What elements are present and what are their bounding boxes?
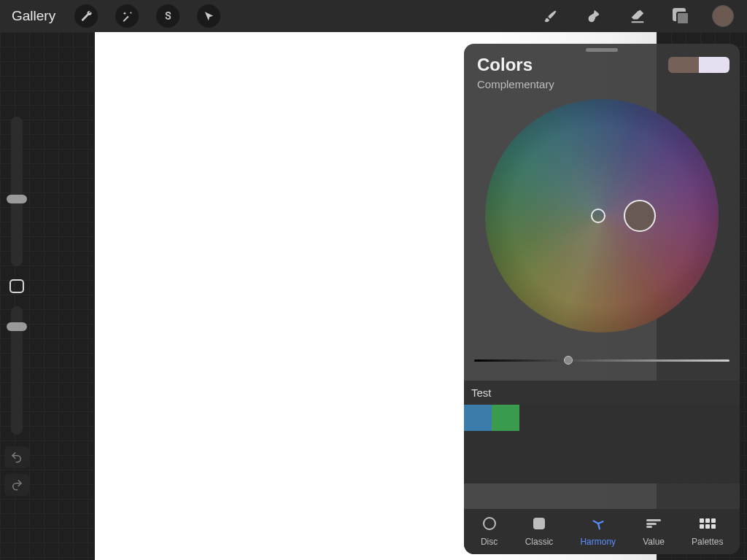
paintbrush-icon	[542, 8, 558, 24]
palette-empty-slot[interactable]	[464, 457, 492, 483]
palette-empty-slot[interactable]	[546, 457, 574, 483]
palette-name-label[interactable]: Test	[464, 381, 740, 405]
value-track	[474, 359, 729, 362]
tab-label: Disc	[481, 537, 498, 547]
palette-empty-slot[interactable]	[546, 405, 574, 431]
primary-color-cursor[interactable]	[624, 200, 656, 232]
brush-size-thumb[interactable]	[7, 195, 27, 203]
palette-empty-slot[interactable]	[684, 431, 712, 457]
harmony-mode-label[interactable]: Complementary	[464, 77, 740, 96]
complement-color-cursor[interactable]	[591, 209, 605, 223]
tab-value[interactable]: Value	[643, 515, 665, 547]
gallery-button[interactable]: Gallery	[12, 8, 55, 24]
palette-empty-slot[interactable]	[574, 431, 602, 457]
palette-empty-slot[interactable]	[492, 431, 519, 457]
layers-button[interactable]	[671, 7, 690, 26]
classic-icon	[533, 518, 545, 529]
palette-empty-slot[interactable]	[657, 405, 685, 431]
palette-swatch[interactable]	[492, 405, 519, 431]
palette-empty-slot[interactable]	[574, 405, 602, 431]
top-toolbar: Gallery	[0, 0, 747, 32]
palette-empty-slot[interactable]	[684, 405, 712, 431]
palette-empty-slot[interactable]	[684, 457, 712, 483]
undo-button[interactable]	[4, 446, 29, 468]
palette-grid[interactable]	[464, 405, 740, 483]
tab-disc[interactable]: Disc	[481, 515, 498, 547]
undo-icon	[10, 451, 23, 464]
tab-classic[interactable]: Classic	[525, 515, 554, 547]
palette-empty-slot[interactable]	[519, 405, 547, 431]
panel-drag-handle[interactable]	[586, 48, 618, 52]
redo-icon	[10, 478, 23, 491]
redo-button[interactable]	[4, 474, 29, 496]
eraser-icon	[630, 8, 646, 24]
color-chip-button[interactable]	[712, 5, 734, 27]
tab-label: Harmony	[580, 537, 616, 547]
tab-label: Palettes	[692, 537, 723, 547]
palette-empty-slot[interactable]	[712, 431, 740, 457]
arrow-cursor-icon	[203, 10, 215, 23]
adjustments-button[interactable]	[115, 4, 139, 28]
palette-empty-slot[interactable]	[630, 457, 657, 483]
palette-empty-slot[interactable]	[546, 431, 574, 457]
palette-empty-slot[interactable]	[492, 457, 519, 483]
wrench-icon	[80, 10, 93, 23]
brush-tool-button[interactable]	[538, 4, 562, 28]
value-thumb[interactable]	[564, 356, 573, 365]
transform-button[interactable]	[197, 4, 220, 28]
palette-empty-slot[interactable]	[519, 431, 547, 457]
primary-color-swatch[interactable]	[668, 57, 699, 73]
actions-button[interactable]	[74, 4, 98, 28]
palette-empty-slot[interactable]	[630, 431, 657, 457]
eraser-tool-button[interactable]	[626, 4, 649, 28]
palette-empty-slot[interactable]	[464, 431, 492, 457]
smudge-icon	[586, 8, 602, 24]
selection-s-icon	[162, 10, 174, 23]
secondary-color-swatch[interactable]	[699, 57, 729, 73]
tab-harmony[interactable]: Harmony	[580, 515, 616, 547]
modify-button[interactable]	[9, 279, 24, 294]
smudge-tool-button[interactable]	[582, 4, 605, 28]
disc-icon	[483, 517, 496, 530]
palette-empty-slot[interactable]	[602, 457, 630, 483]
palettes-icon	[700, 518, 716, 529]
palette-empty-slot[interactable]	[574, 457, 602, 483]
value-slider[interactable]	[474, 353, 729, 369]
color-panel: Colors Complementary Test	[464, 44, 740, 554]
palette-empty-slot[interactable]	[630, 405, 657, 431]
palette-empty-slot[interactable]	[519, 457, 547, 483]
palette-empty-slot[interactable]	[657, 457, 685, 483]
color-panel-title: Colors	[477, 55, 668, 75]
palette-empty-slot[interactable]	[602, 405, 630, 431]
value-icon	[646, 519, 661, 528]
tab-label: Classic	[525, 537, 554, 547]
palette-empty-slot[interactable]	[602, 431, 630, 457]
brush-opacity-thumb[interactable]	[7, 322, 27, 331]
palette-empty-slot[interactable]	[657, 431, 685, 457]
selection-button[interactable]	[156, 4, 179, 28]
tab-palettes[interactable]: Palettes	[692, 515, 723, 547]
color-mode-tabbar: Disc Classic Harmony Value Palettes	[464, 509, 740, 554]
magic-wand-icon	[121, 10, 133, 23]
left-sidebar	[3, 117, 31, 496]
tab-label: Value	[643, 537, 665, 547]
palette-swatch[interactable]	[464, 405, 492, 431]
color-swatch-toggle[interactable]	[668, 57, 729, 73]
palette-empty-slot[interactable]	[712, 405, 740, 431]
harmony-color-wheel[interactable]	[485, 99, 719, 332]
harmony-icon	[590, 516, 606, 532]
brush-opacity-slider[interactable]	[11, 306, 23, 435]
palette-empty-slot[interactable]	[712, 457, 740, 483]
brush-size-slider[interactable]	[11, 117, 23, 266]
